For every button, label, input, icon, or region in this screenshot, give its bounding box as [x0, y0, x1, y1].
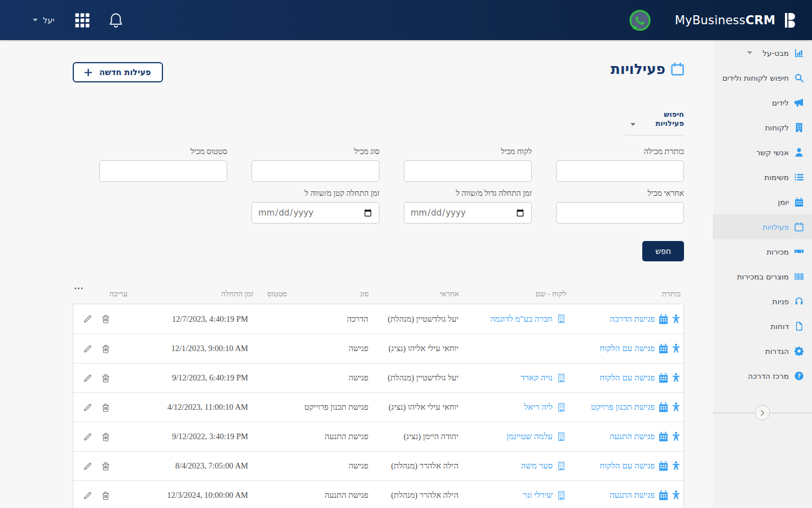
cell-client: נויה קארד	[462, 373, 569, 383]
cell-actions	[73, 374, 149, 383]
sidebar-item-label: לידים	[772, 98, 789, 107]
calendar-icon	[671, 63, 684, 76]
delete-trash-icon[interactable]	[102, 403, 110, 412]
user-menu[interactable]: יעל	[33, 16, 55, 25]
delete-trash-icon[interactable]	[102, 462, 110, 471]
search-button[interactable]: חפש	[642, 241, 684, 261]
cell-owner: הילה אלהרר (מנהלת)	[372, 461, 462, 471]
calendar-icon	[659, 402, 668, 412]
sidebar-item-inquiries[interactable]: פניות	[713, 289, 812, 314]
status-contains-input[interactable]	[99, 160, 227, 182]
cell-client: עלמה שטיינמן	[462, 432, 569, 441]
client-name-link[interactable]: עלמה שטיינמן	[506, 432, 553, 441]
activity-title-link[interactable]: פגישה עם הלקוח	[599, 461, 655, 471]
sidebar-item-tasks[interactable]: משימות	[713, 165, 812, 190]
activity-title-link[interactable]: פגישה עם הלקוח	[599, 373, 655, 383]
person-icon	[672, 491, 680, 500]
column-header-title: כותרת	[570, 290, 684, 299]
edit-pencil-icon[interactable]	[83, 344, 92, 353]
client-name-link[interactable]: חברה בע"מ לדוגמה	[490, 314, 553, 324]
activity-title-link[interactable]: פגישת התנעה	[610, 491, 655, 500]
building-icon	[795, 123, 804, 132]
edit-pencil-icon[interactable]	[83, 403, 92, 412]
owner-contains-input[interactable]	[556, 202, 684, 224]
headset-icon	[795, 297, 804, 306]
cell-owner: יעל גולדשטיין (מנהלת)	[372, 373, 462, 383]
sidebar-collapse-button[interactable]	[755, 405, 770, 421]
start-time-lte-date-input[interactable]	[251, 202, 379, 224]
person-icon	[672, 461, 680, 471]
notifications-bell-icon[interactable]	[109, 12, 123, 28]
handshake-icon	[795, 247, 804, 256]
field-label: אחראי מכיל	[556, 189, 684, 198]
sidebar-item-reports[interactable]: דוחות	[713, 314, 812, 339]
brand-text: MyBusinessCRM	[675, 14, 779, 27]
field-owner-contains: אחראי מכיל	[556, 189, 684, 224]
sidebar-item-leads[interactable]: לידים	[713, 90, 812, 115]
search-panel-title: חיפוש פעילויות	[655, 110, 684, 128]
question-icon: ?	[795, 371, 804, 380]
person-icon	[672, 373, 680, 383]
client-name-link[interactable]: סער משה	[521, 461, 553, 471]
cell-title: פגישת תכנון פרויקט	[569, 402, 683, 412]
cell-title: פגישה עם הלקוח	[569, 373, 683, 383]
cell-actions	[73, 462, 149, 471]
cell-client: שירלי ונר	[462, 491, 569, 500]
edit-pencil-icon[interactable]	[83, 462, 92, 471]
delete-trash-icon[interactable]	[102, 491, 110, 500]
start-time-gte-date-input[interactable]	[404, 202, 532, 224]
new-activity-button[interactable]: פעילות חדשה	[73, 62, 163, 82]
delete-trash-icon[interactable]	[102, 344, 110, 353]
delete-trash-icon[interactable]	[102, 432, 110, 441]
sidebar-item-settings[interactable]: הגדרות	[713, 339, 812, 364]
type-contains-input[interactable]	[251, 160, 379, 182]
column-header-status: סטטוס	[257, 290, 290, 299]
apps-grid-icon[interactable]	[75, 13, 90, 28]
cell-owner: הילה אלהרר (מנהלת)	[372, 491, 462, 500]
calendar-icon	[659, 461, 668, 471]
client-name-link[interactable]: שירלי ונר	[523, 491, 553, 500]
chevron-down-icon[interactable]	[630, 123, 636, 126]
building-icon	[557, 374, 566, 383]
brand[interactable]: MyBusinessCRM	[675, 13, 797, 28]
client-name-link[interactable]: נויה קארד	[520, 373, 553, 383]
cell-start-time: 4/12/2023, 11:00:10 AM	[149, 402, 256, 412]
sidebar-item-search-clients-leads[interactable]: חיפוש לקוחות ולידים	[713, 65, 812, 90]
edit-pencil-icon[interactable]	[83, 432, 92, 441]
edit-pencil-icon[interactable]	[83, 314, 92, 323]
delete-trash-icon[interactable]	[102, 374, 110, 383]
sidebar-collapse-divider	[713, 403, 812, 422]
sidebar-item-activities[interactable]: פעילויות	[713, 214, 812, 239]
activity-title-link[interactable]: פגישה עם הלקוח	[599, 344, 655, 353]
sidebar-item-calendar[interactable]: יומן	[713, 190, 812, 214]
calendar-filled-icon	[795, 198, 804, 207]
field-client-contains: לקוח מכיל	[404, 147, 532, 182]
client-name-link[interactable]: ליה ריאל	[524, 402, 553, 412]
activity-title-link[interactable]: פגישת הדרכה	[610, 314, 655, 324]
edit-pencil-icon[interactable]	[83, 491, 92, 500]
sidebar: מבט-על חיפוש לקוחות ולידים לידים לקוחות …	[713, 40, 812, 508]
cell-client: סער משה	[462, 461, 569, 471]
cell-type: פגישה	[290, 373, 372, 383]
client-contains-input[interactable]	[404, 160, 532, 182]
delete-trash-icon[interactable]	[102, 314, 110, 323]
activity-title-link[interactable]: פגישת תכנון פרויקט	[591, 402, 655, 412]
sidebar-item-label: דוחות	[771, 322, 789, 331]
sidebar-item-training-center[interactable]: ? מרכז הדרכה	[713, 364, 812, 388]
sidebar-item-label: מרכז הדרכה	[748, 371, 789, 380]
sidebar-item-sale-products[interactable]: מוצרים במכירות	[713, 264, 812, 289]
edit-pencil-icon[interactable]	[83, 374, 92, 383]
search-panel-header[interactable]: חיפוש פעילויות	[73, 110, 684, 128]
cell-title: פגישת הדרכה	[569, 314, 683, 324]
whatsapp-icon[interactable]	[629, 9, 651, 32]
table-options-icon[interactable]	[74, 287, 83, 290]
title-contains-input[interactable]	[556, 160, 684, 182]
search-icon	[795, 73, 804, 82]
sidebar-item-contacts[interactable]: אנשי קשר	[713, 140, 812, 165]
cell-actions	[73, 403, 149, 412]
sidebar-item-sales[interactable]: מכירות	[713, 239, 812, 264]
sidebar-item-overview[interactable]: מבט-על	[713, 41, 812, 65]
sidebar-item-label: לקוחות	[765, 123, 789, 132]
activity-title-link[interactable]: פגישת התנעה	[610, 432, 655, 441]
sidebar-item-clients[interactable]: לקוחות	[713, 115, 812, 140]
